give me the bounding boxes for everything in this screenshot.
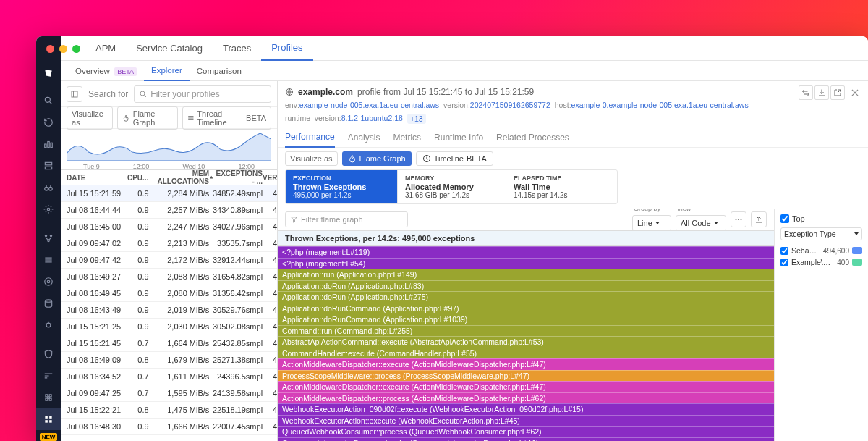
dashboard-icon[interactable] <box>36 133 61 155</box>
close-window-icon[interactable] <box>46 45 54 53</box>
subtab-explorer[interactable]: Explorer <box>144 61 190 81</box>
tab-apm[interactable]: APM <box>85 36 126 61</box>
detail-timeline-button[interactable]: Timeline BETA <box>416 151 493 166</box>
flame-row[interactable]: ConsumerInterceptorProxy::__invoke (Cons… <box>278 437 774 442</box>
flame-row[interactable]: ActionMiddlewareDispatcher::execute (Act… <box>278 381 774 392</box>
runtime-tag[interactable]: 8.1.2-1ubuntu2.18 <box>341 114 403 122</box>
flame-row[interactable]: ActionMiddlewareDispatcher::process (Act… <box>278 392 774 404</box>
table-row[interactable]: Jul 08 16:49:450.92,080 MiB/s31356.42smp… <box>61 285 277 302</box>
maximize-window-icon[interactable] <box>72 45 80 53</box>
tab-service-catalog[interactable]: Service Catalog <box>126 36 213 61</box>
side-top-checkbox[interactable] <box>780 214 789 223</box>
flame-graph-button[interactable]: Flame Graph <box>117 106 177 130</box>
dtab-runtime[interactable]: Runtime Info <box>434 133 483 143</box>
flame-row[interactable]: AbstractApiActionCommand::execute (Abstr… <box>278 336 774 348</box>
flame-filter-input[interactable]: Filter flame graph <box>285 211 408 227</box>
exception-type-select[interactable]: Exception Type <box>780 227 862 240</box>
flame-more-button[interactable] <box>731 211 746 227</box>
flame-export-button[interactable] <box>751 211 767 227</box>
tab-profiles[interactable]: Profiles <box>261 36 312 61</box>
history-icon[interactable] <box>36 112 61 133</box>
dtab-metrics[interactable]: Metrics <box>393 133 421 143</box>
datadog-logo-icon[interactable] <box>36 62 61 84</box>
table-row[interactable]: Jul 08 16:34:520.71,611 MiB/s24396.5smpl… <box>61 369 277 385</box>
flame-row[interactable]: Application::doRunCommand (Application.p… <box>278 314 774 325</box>
apm-icon[interactable] <box>36 271 61 293</box>
side-item[interactable]: Example\Va…400 <box>780 258 862 266</box>
flow-icon[interactable] <box>36 365 61 387</box>
table-row[interactable]: Jul 08 16:49:090.81,679 MiB/s25271.38smp… <box>61 352 277 369</box>
network-icon[interactable] <box>36 227 61 249</box>
gear-icon[interactable] <box>36 198 61 220</box>
metric-walltime[interactable]: ELAPSED TIME Wall Time 14.15s per 14.2s <box>506 170 615 203</box>
flame-row[interactable]: ActionMiddlewareDispatcher::execute (Act… <box>278 358 774 370</box>
group-by-select[interactable]: Line <box>632 215 671 231</box>
flame-row[interactable]: QueuedWebhookConsumer::process (QueuedWe… <box>278 426 774 437</box>
tab-traces[interactable]: Traces <box>213 36 261 61</box>
side-item-checkbox[interactable] <box>780 247 788 255</box>
bug-icon[interactable] <box>36 314 61 336</box>
sidebar-toggle-button[interactable] <box>67 86 82 102</box>
table-row[interactable]: Jul 09 09:47:020.92,213 MiB/s33535.7smpl… <box>61 235 277 252</box>
table-row[interactable]: Jul 08 16:48:300.91,666 MiB/s22007.45smp… <box>61 419 277 435</box>
search-icon[interactable] <box>36 90 61 112</box>
extra-tags-badge[interactable]: +13 <box>407 114 426 124</box>
table-row[interactable]: Jul 15 15:21:250.92,030 MiB/s30502.08smp… <box>61 319 277 335</box>
flame-row[interactable]: WebhookExecutorAction_090d02f::execute (… <box>278 403 774 415</box>
flame-row[interactable]: Application::run (Application.php:L#149) <box>278 269 774 280</box>
flame-row[interactable]: CommandHandler::execute (CommandHandler.… <box>278 348 774 359</box>
flame-row[interactable]: <?php (magement:L#54) <box>278 258 774 269</box>
database-icon[interactable] <box>36 293 61 314</box>
version-tag[interactable]: 2024071509162659772 <box>470 101 550 109</box>
flame-row[interactable]: WebhookExecutorAction::execute (WebhookE… <box>278 415 774 427</box>
col-date[interactable]: DATE <box>61 174 123 182</box>
flame-row[interactable]: Application::doRunCommand (Application.p… <box>278 303 774 314</box>
collapsed-menu-icon[interactable] <box>36 408 61 430</box>
swap-button[interactable] <box>799 85 813 100</box>
subtab-comparison[interactable]: Comparison <box>190 67 249 75</box>
metric-exceptions[interactable]: EXECUTION Thrown Exceptions 495,000 per … <box>286 170 398 203</box>
close-detail-button[interactable] <box>848 85 862 100</box>
side-item-checkbox[interactable] <box>780 259 788 266</box>
table-row[interactable]: Jul 08 16:49:270.92,088 MiB/s31654.82smp… <box>61 269 277 285</box>
host-tag[interactable]: example-0.example-node-005.exa.1a.eu-cen… <box>571 101 749 109</box>
flame-row[interactable]: Command::run (Command.php:L#255) <box>278 325 774 337</box>
dtab-performance[interactable]: Performance <box>285 127 335 148</box>
shield-icon[interactable] <box>36 343 61 365</box>
table-row[interactable]: Jul 15 15:21:590.92,284 MiB/s34852.49smp… <box>61 185 277 202</box>
table-row[interactable]: Jul 09 09:47:420.92,172 MiB/s32912.44smp… <box>61 252 277 269</box>
download-button[interactable] <box>814 85 829 100</box>
subtab-overview[interactable]: Overview BETA <box>68 67 144 75</box>
col-exceptions[interactable]: EXCEPTIONS - ... <box>209 169 263 185</box>
dtab-related[interactable]: Related Processes <box>496 133 569 143</box>
table-row[interactable]: Jul 08 16:45:000.92,247 MiB/s34027.96smp… <box>61 219 277 235</box>
col-cpu[interactable]: CPU... <box>123 174 149 182</box>
col-version[interactable]: VER... <box>263 174 277 182</box>
flame-row[interactable]: <?php (magement:L#119) <box>278 246 774 258</box>
open-external-button[interactable] <box>830 85 845 100</box>
flame-row[interactable]: Application::doRun (Application.php:L#27… <box>278 291 774 303</box>
timeline-chart[interactable]: Tue 9 12:00 Wed 10 12:00 <box>61 129 277 169</box>
puzzle-icon[interactable] <box>36 387 61 408</box>
infra-icon[interactable] <box>36 155 61 177</box>
side-item[interactable]: Sebasti…494,600 <box>780 246 862 255</box>
col-mem[interactable]: MEM ALLOCATIONS <box>148 169 209 185</box>
minimize-window-icon[interactable] <box>59 45 67 53</box>
view-select[interactable]: All Code <box>676 215 726 231</box>
metric-memory[interactable]: MEMORY Allocated Memory 31.68 GiB per 14… <box>398 170 506 203</box>
table-row[interactable]: Jul 08 16:43:490.92,019 MiB/s30529.76smp… <box>61 302 277 319</box>
flame-row[interactable]: Application::doRun (Application.php:L#83… <box>278 280 774 292</box>
flame-body[interactable]: <?php (magement:L#119)<?php (magement:L#… <box>278 246 774 441</box>
table-row[interactable]: Jul 15 15:22:210.81,475 MiB/s22518.19smp… <box>61 402 277 419</box>
dtab-analysis[interactable]: Analysis <box>348 133 380 143</box>
table-row[interactable]: Jul 09 09:47:250.71,595 MiB/s24139.58smp… <box>61 385 277 402</box>
table-row[interactable]: Jul 15 15:21:450.71,664 MiB/s25432.85smp… <box>61 335 277 352</box>
list-icon[interactable] <box>36 249 61 271</box>
table-row[interactable]: Jul 08 16:44:440.92,257 MiB/s34340.89smp… <box>61 202 277 219</box>
search-input[interactable]: Filter your profiles <box>134 85 271 103</box>
env-tag[interactable]: example-node-005.exa.1a.eu-central.aws <box>299 101 439 109</box>
detail-flame-button[interactable]: Flame Graph <box>342 151 412 166</box>
binoculars-icon[interactable] <box>36 177 61 198</box>
flame-row[interactable]: ProcessScopeMiddleware::process (Process… <box>278 370 774 382</box>
thread-timeline-button[interactable]: Thread Timeline BETA <box>182 106 271 130</box>
